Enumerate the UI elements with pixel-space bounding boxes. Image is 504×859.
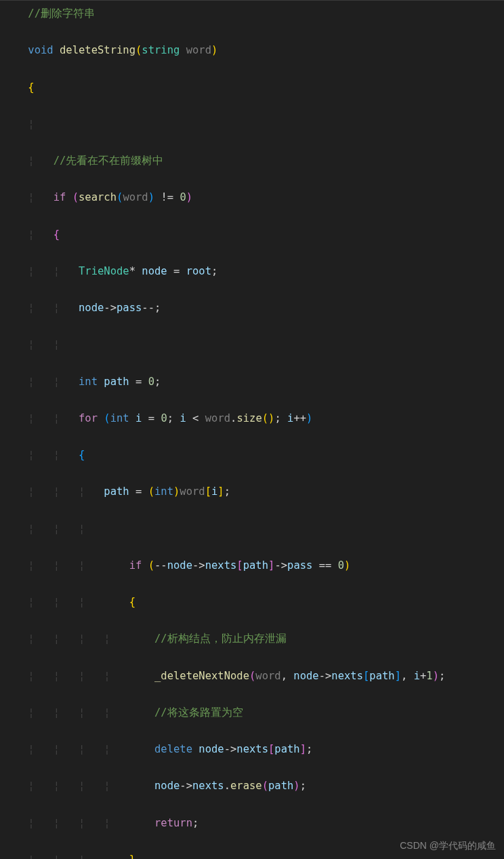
comment: //先看在不在前缀树中 bbox=[54, 155, 164, 167]
comment: //将这条路置为空 bbox=[154, 706, 243, 719]
fn-deleteString: deleteString bbox=[60, 44, 135, 56]
comment: //删除字符串 bbox=[28, 7, 95, 20]
watermark: CSDN @学代码的咸鱼 bbox=[400, 837, 496, 854]
kw-void: void bbox=[28, 44, 53, 56]
code-block: //删除字符串 void deleteString(string word) {… bbox=[0, 1, 504, 859]
comment: //析构结点，防止内存泄漏 bbox=[154, 633, 287, 645]
